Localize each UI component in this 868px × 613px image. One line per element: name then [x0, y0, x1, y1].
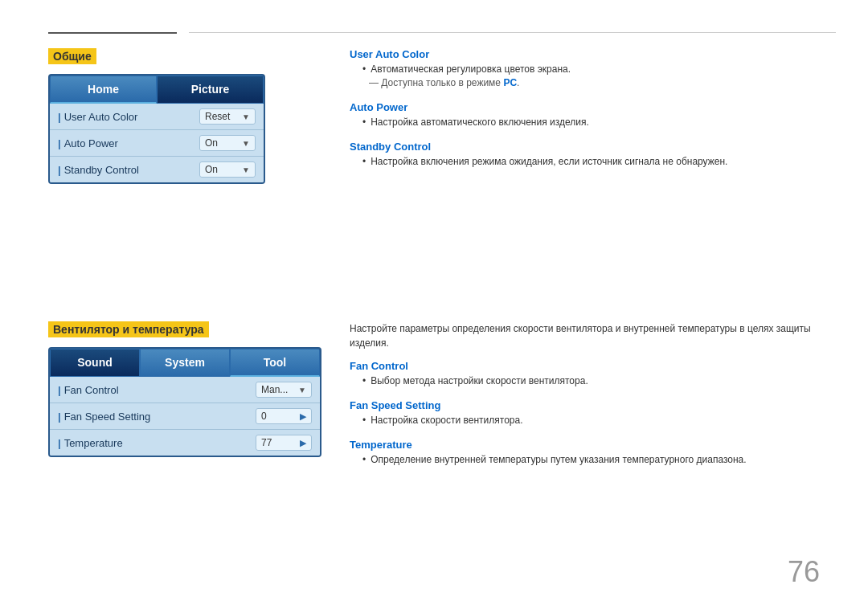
row-label-fan-speed: Fan Speed Setting — [58, 411, 256, 423]
general-section-left: Общие Home Picture User Auto Color Reset… — [48, 48, 321, 184]
row-temperature: Temperature 77 ▶ — [50, 430, 320, 456]
row-label-standby-control: Standby Control — [58, 164, 199, 176]
temperature-next-arrow[interactable]: ▶ — [300, 438, 306, 448]
dropdown-arrow-standby: ▼ — [242, 166, 250, 174]
row-control-standby[interactable]: On ▼ — [199, 161, 256, 178]
desc-note-user-auto-color: Доступна только в режиме PC. — [369, 77, 828, 88]
dropdown-arrow-reset: ▼ — [242, 112, 250, 121]
row-fan-speed: Fan Speed Setting 0 ▶ — [50, 403, 320, 430]
row-standby-control: Standby Control On ▼ — [50, 157, 264, 182]
tab-home[interactable]: Home — [50, 76, 157, 104]
fan-section-title: Вентилятор и температура — [48, 321, 209, 337]
row-label-auto-power: Auto Power — [58, 137, 199, 149]
desc-bullet-fan-speed-1: Настройка скорости вентилятора. — [362, 415, 828, 426]
dropdown-arrow-auto-power: ▼ — [242, 139, 250, 148]
fan-speed-value: 0 — [261, 411, 267, 422]
desc-bullet-auto-power-1: Настройка автоматического включения изде… — [362, 116, 828, 128]
auto-power-value: On — [205, 137, 218, 149]
desc-bullet-user-auto-color-1: Автоматическая регулировка цветов экрана… — [362, 63, 828, 75]
desc-title-standby-control: Standby Control — [350, 141, 828, 153]
row-control-temperature[interactable]: 77 ▶ — [256, 435, 312, 451]
fan-ui-panel: Sound System Tool Fan Control Man... ▼ F… — [48, 347, 321, 457]
fan-panel-tabs: Sound System Tool — [50, 349, 320, 377]
row-control-auto-power[interactable]: On ▼ — [199, 135, 256, 151]
general-ui-panel: Home Picture User Auto Color Reset ▼ Aut… — [48, 74, 265, 184]
tab-sound[interactable]: Sound — [50, 349, 140, 377]
desc-bullet-standby-1: Настройка включения режима ожидания, есл… — [362, 156, 828, 167]
desc-standby-control: Standby Control Настройка включения режи… — [350, 141, 828, 167]
row-label-user-auto-color: User Auto Color — [58, 111, 199, 123]
general-section-title: Общие — [48, 48, 96, 64]
page-number: 76 — [788, 555, 820, 589]
temperature-value: 77 — [261, 437, 272, 448]
dropdown-arrow-fan-control: ▼ — [298, 386, 306, 394]
fan-section-right: Настройте параметры определения скорости… — [350, 321, 828, 478]
standby-value: On — [205, 164, 218, 175]
top-decorative-lines — [0, 32, 868, 34]
row-label-temperature: Temperature — [58, 437, 256, 449]
desc-title-temperature: Temperature — [350, 439, 828, 451]
desc-bullet-temperature-1: Определение внутренней температуры путем… — [362, 454, 828, 465]
general-panel-tabs: Home Picture — [50, 76, 264, 104]
row-control-fan-speed[interactable]: 0 ▶ — [256, 408, 312, 424]
desc-fan-control: Fan Control Выбор метода настройки скоро… — [350, 360, 828, 386]
row-auto-power: Auto Power On ▼ — [50, 130, 264, 157]
desc-bullet-fan-control-1: Выбор метода настройки скорости вентилят… — [362, 375, 828, 386]
desc-title-auto-power: Auto Power — [350, 101, 828, 113]
general-section-right: User Auto Color Автоматическая регулиров… — [350, 48, 828, 180]
desc-user-auto-color: User Auto Color Автоматическая регулиров… — [350, 48, 828, 88]
tab-picture[interactable]: Picture — [157, 76, 264, 104]
desc-auto-power: Auto Power Настройка автоматического вкл… — [350, 101, 828, 128]
row-control-reset[interactable]: Reset ▼ — [199, 108, 256, 125]
general-panel-rows: User Auto Color Reset ▼ Auto Power On ▼ … — [50, 104, 264, 182]
desc-title-user-auto-color: User Auto Color — [350, 48, 828, 60]
fan-section-left: Вентилятор и температура Sound System To… — [48, 321, 321, 457]
fan-speed-next-arrow[interactable]: ▶ — [300, 411, 306, 422]
tab-system[interactable]: System — [140, 349, 230, 377]
row-control-fan-control[interactable]: Man... ▼ — [256, 382, 312, 398]
fan-panel-rows: Fan Control Man... ▼ Fan Speed Setting 0… — [50, 377, 320, 456]
row-fan-control: Fan Control Man... ▼ — [50, 377, 320, 403]
desc-fan-speed-setting: Fan Speed Setting Настройка скорости вен… — [350, 399, 828, 426]
desc-temperature: Temperature Определение внутренней темпе… — [350, 439, 828, 465]
fan-control-value: Man... — [261, 384, 288, 395]
desc-title-fan-control: Fan Control — [350, 360, 828, 372]
desc-title-fan-speed-setting: Fan Speed Setting — [350, 399, 828, 411]
fan-section-desc-text: Настройте параметры определения скорости… — [350, 321, 828, 350]
row-user-auto-color: User Auto Color Reset ▼ — [50, 104, 264, 130]
row-label-fan-control: Fan Control — [58, 384, 256, 396]
tab-tool[interactable]: Tool — [230, 349, 320, 377]
reset-value: Reset — [205, 111, 230, 122]
